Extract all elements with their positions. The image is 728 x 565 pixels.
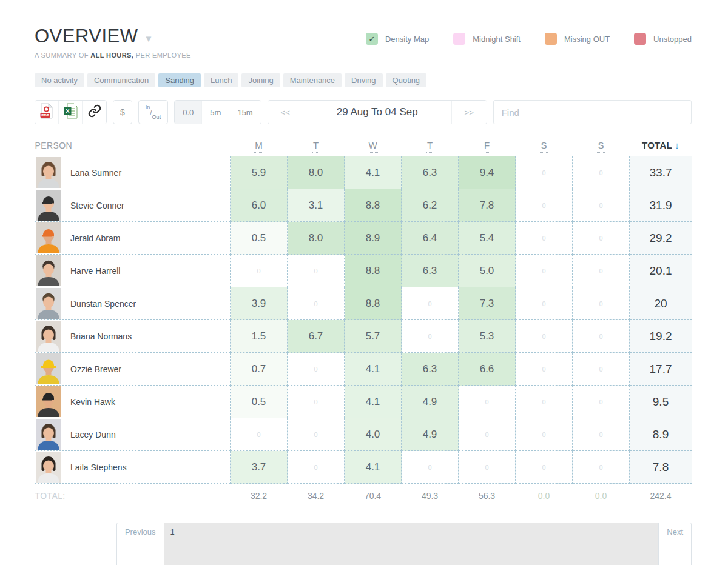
excel-export-button[interactable]: X [59,101,83,124]
inout-button[interactable]: In/Out [138,100,168,124]
table-footer-row: TOTAL:32.234.270.449.356.30.00.0242.4 [35,484,692,508]
title-dropdown-caret[interactable]: ▼ [144,33,153,44]
day-cell: 0 [402,451,459,484]
day-cell: 5.3 [459,320,516,353]
link-icon [88,104,101,120]
day-cell: 4.1 [345,386,402,418]
tab-communication[interactable]: Communication [87,73,155,87]
legend-swatch-icon [545,33,557,45]
pdf-export-button[interactable]: PDF [35,101,59,124]
day-cell: 1.5 [231,320,288,353]
day-cell: 4.1 [345,353,402,386]
prev-week-button[interactable]: << [268,101,303,124]
person-cell: Lacey Dunn [35,418,231,451]
total-cell: 17.7 [630,353,692,386]
page-subtitle: A SUMMARY OF ALL HOURS, PER EMPLOYEE [35,52,191,59]
day-cell: 0 [459,451,516,484]
day-cell: 0 [516,451,573,484]
avatar [36,419,61,450]
day-cell: 0 [231,255,288,287]
next-page-button[interactable]: Next [659,523,691,565]
footer-day-total: 32.2 [231,484,288,508]
day-cell: 0 [516,386,573,418]
day-cell: 6.4 [402,222,459,255]
day-cell: 4.9 [402,386,459,418]
day-cell: 0 [288,353,345,386]
day-column-header[interactable]: T [288,140,345,156]
person-cell: Kevin Hawk [35,386,231,418]
day-letter: W [368,140,377,153]
day-cell: 0 [516,255,573,287]
previous-page-button[interactable]: Previous [117,523,164,565]
day-column-header[interactable]: M [231,140,288,156]
day-cell: 0.7 [231,353,288,386]
day-cell: 0 [573,287,630,320]
legend-item: Unstopped [634,33,692,45]
day-cell: 0 [288,255,345,287]
day-cell: 5.9 [231,156,288,189]
person-cell: Harve Harrell [35,255,231,287]
legend-label: Missing OUT [564,35,610,44]
day-cell: 0 [516,287,573,320]
day-column-header[interactable]: T [402,140,459,156]
tab-lunch[interactable]: Lunch [204,73,238,87]
header: OVERVIEW ▼ A SUMMARY OF ALL HOURS, PER E… [35,25,692,59]
currency-button[interactable]: $ [113,100,132,124]
table-row: Laila Stephens3.704.100007.8 [35,451,692,484]
day-cell: 0 [573,386,630,418]
day-column-header[interactable]: S [516,140,573,156]
svg-text:PDF: PDF [41,113,49,117]
day-cell: 8.8 [345,255,402,287]
rounding-button-0-0[interactable]: 0.0 [175,101,202,124]
rounding-button-15m[interactable]: 15m [229,101,260,124]
footer-day-total: 49.3 [402,484,459,508]
day-cell: 0 [516,418,573,451]
tab-joining[interactable]: Joining [241,73,280,87]
subtitle-suffix: PER EMPLOYEE [136,52,191,59]
toolbar: PDF X [35,100,692,124]
link-export-button[interactable] [83,101,106,124]
total-cell: 19.2 [630,320,692,353]
day-column-header[interactable]: S [573,140,630,156]
day-cell: 4.1 [345,451,402,484]
day-cell: 4.0 [345,418,402,451]
overview-page: OVERVIEW ▼ A SUMMARY OF ALL HOURS, PER E… [0,0,728,565]
day-column-header[interactable]: F [459,140,516,156]
day-cell: 0 [573,353,630,386]
total-header-label: TOTAL [642,140,672,150]
person-column-header[interactable]: PERSON [35,140,231,156]
employee-name: Dunstan Spencer [70,299,136,309]
tab-no-activity[interactable]: No activity [35,73,84,87]
date-range-label[interactable]: 29 Aug To 04 Sep [303,101,451,124]
footer-grand-total: 242.4 [630,484,692,508]
density-map-checkbox[interactable]: ✓ [366,33,378,45]
rounding-button-5m[interactable]: 5m [202,101,229,124]
excel-icon: X [64,103,78,121]
day-cell: 0 [516,353,573,386]
rounding-group: 0.05m15m [174,100,261,124]
day-cell: 3.1 [288,189,345,222]
table-header-row: PERSONMTWTFSSTOTAL ↓ [35,140,692,156]
day-letter: T [312,140,319,153]
date-nav: << 29 Aug To 04 Sep >> [268,100,487,124]
legend-item: Midnight Shift [453,33,521,45]
day-cell: 0 [573,222,630,255]
inout-in-label: In [146,104,150,110]
current-page[interactable]: 1 [164,523,659,565]
total-column-header[interactable]: TOTAL ↓ [630,140,692,156]
tab-quoting[interactable]: Quoting [386,73,427,87]
day-cell: 0 [288,287,345,320]
day-cell: 8.0 [288,222,345,255]
employee-name: Lana Sumner [70,168,121,178]
tab-sanding[interactable]: Sanding [158,73,201,87]
tab-maintenance[interactable]: Maintenance [283,73,342,87]
tab-driving[interactable]: Driving [345,73,382,87]
day-cell: 0 [573,451,630,484]
day-cell: 7.3 [459,287,516,320]
day-cell: 8.0 [288,156,345,189]
day-cell: 8.8 [345,287,402,320]
pdf-icon: PDF [40,103,53,121]
next-week-button[interactable]: >> [451,101,487,124]
day-column-header[interactable]: W [345,140,402,156]
search-input[interactable] [493,100,692,124]
